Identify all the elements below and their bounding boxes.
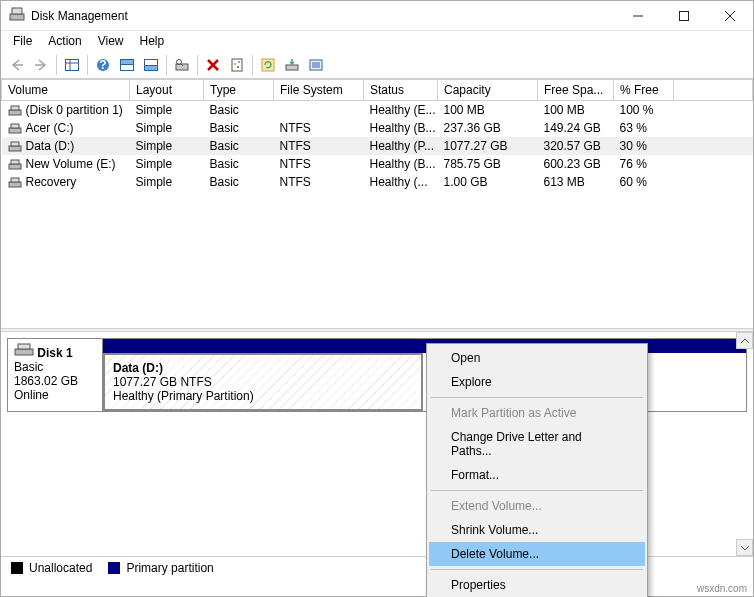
svg-rect-42 — [15, 349, 33, 355]
svg-rect-0 — [10, 14, 24, 20]
view-bottom-button[interactable] — [139, 53, 163, 77]
col-spacer — [674, 80, 753, 101]
cell-capacity: 785.75 GB — [438, 155, 538, 173]
ctx-format[interactable]: Format... — [429, 463, 645, 487]
ctx-shrink[interactable]: Shrink Volume... — [429, 518, 645, 542]
svg-rect-22 — [232, 59, 242, 71]
cell-volume: New Volume (E:) — [2, 155, 130, 173]
ctx-open[interactable]: Open — [429, 346, 645, 370]
col-free[interactable]: Free Spa... — [538, 80, 614, 101]
disk-icon — [14, 346, 34, 360]
toolbar-separator — [197, 55, 198, 75]
partition-state: Healthy (Primary Partition) — [113, 389, 413, 403]
cell-free: 100 MB — [538, 101, 614, 120]
svg-rect-3 — [680, 11, 689, 20]
svg-rect-35 — [11, 124, 19, 128]
table-row[interactable]: (Disk 0 partition 1)SimpleBasicHealthy (… — [2, 101, 753, 120]
action-list-button[interactable] — [304, 53, 328, 77]
disk-name: Disk 1 — [37, 346, 72, 360]
cell-fs: NTFS — [274, 137, 364, 155]
close-button[interactable] — [707, 1, 753, 31]
scroll-up-button[interactable] — [736, 332, 753, 349]
volume-icon — [8, 123, 22, 135]
properties-button[interactable] — [225, 53, 249, 77]
menu-help[interactable]: Help — [132, 32, 173, 50]
svg-rect-36 — [9, 146, 21, 151]
menu-view[interactable]: View — [90, 32, 132, 50]
svg-rect-26 — [262, 59, 274, 71]
cell-fs: NTFS — [274, 119, 364, 137]
partition-block[interactable]: Data (D:) 1077.27 GB NTFS Healthy (Prima… — [103, 353, 423, 411]
col-filesystem[interactable]: File System — [274, 80, 364, 101]
maximize-button[interactable] — [661, 1, 707, 31]
svg-rect-37 — [11, 142, 19, 146]
volume-icon — [8, 159, 22, 171]
cell-pct: 63 % — [614, 119, 674, 137]
toolbar-separator — [166, 55, 167, 75]
ctx-separator — [431, 490, 643, 491]
table-row[interactable]: New Volume (E:)SimpleBasicNTFSHealthy (B… — [2, 155, 753, 173]
settings-button[interactable] — [170, 53, 194, 77]
toolbar-separator — [252, 55, 253, 75]
cell-pct: 76 % — [614, 155, 674, 173]
help-button[interactable]: ? — [91, 53, 115, 77]
disk-header-bar — [103, 339, 746, 353]
ctx-explore[interactable]: Explore — [429, 370, 645, 394]
cell-status: Healthy (B... — [364, 155, 438, 173]
cell-status: Healthy (B... — [364, 119, 438, 137]
volume-table: Volume Layout Type File System Status Ca… — [1, 79, 753, 191]
col-type[interactable]: Type — [204, 80, 274, 101]
toolbar-separator — [56, 55, 57, 75]
cell-capacity: 237.36 GB — [438, 119, 538, 137]
svg-text:?: ? — [99, 58, 106, 72]
col-layout[interactable]: Layout — [130, 80, 204, 101]
ctx-separator — [431, 397, 643, 398]
cell-type: Basic — [204, 155, 274, 173]
cell-type: Basic — [204, 173, 274, 191]
forward-button[interactable] — [29, 53, 53, 77]
cell-free: 600.23 GB — [538, 155, 614, 173]
volume-list-pane[interactable]: Volume Layout Type File System Status Ca… — [1, 79, 753, 328]
rescan-button[interactable] — [280, 53, 304, 77]
cell-layout: Simple — [130, 119, 204, 137]
svg-rect-14 — [121, 59, 134, 64]
ctx-delete[interactable]: Delete Volume... — [429, 542, 645, 566]
table-row[interactable]: Data (D:)SimpleBasicNTFSHealthy (P...107… — [2, 137, 753, 155]
disk-label[interactable]: Disk 1 Basic 1863.02 GB Online — [7, 338, 103, 412]
back-button[interactable] — [5, 53, 29, 77]
cell-free: 320.57 GB — [538, 137, 614, 155]
cell-pct: 60 % — [614, 173, 674, 191]
table-row[interactable]: RecoverySimpleBasicNTFSHealthy (...1.00 … — [2, 173, 753, 191]
col-status[interactable]: Status — [364, 80, 438, 101]
col-volume[interactable]: Volume — [2, 80, 130, 101]
scroll-down-button[interactable] — [736, 539, 753, 556]
show-hide-tree-button[interactable] — [60, 53, 84, 77]
view-top-button[interactable] — [115, 53, 139, 77]
cell-volume: (Disk 0 partition 1) — [2, 101, 130, 120]
delete-button[interactable] — [201, 53, 225, 77]
ctx-change-letter[interactable]: Change Drive Letter and Paths... — [429, 425, 645, 463]
menu-action[interactable]: Action — [40, 32, 89, 50]
toolbar-separator — [87, 55, 88, 75]
partition-name: Data (D:) — [113, 361, 413, 375]
col-capacity[interactable]: Capacity — [438, 80, 538, 101]
cell-type: Basic — [204, 119, 274, 137]
partition-size: 1077.27 GB NTFS — [113, 375, 413, 389]
svg-rect-39 — [11, 160, 19, 164]
ctx-separator — [431, 569, 643, 570]
cell-capacity: 1.00 GB — [438, 173, 538, 191]
minimize-button[interactable] — [615, 1, 661, 31]
table-row[interactable]: Acer (C:)SimpleBasicNTFSHealthy (B...237… — [2, 119, 753, 137]
cell-status: Healthy (... — [364, 173, 438, 191]
col-pctfree[interactable]: % Free — [614, 80, 674, 101]
menu-file[interactable]: File — [5, 32, 40, 50]
disk-graph: Data (D:) 1077.27 GB NTFS Healthy (Prima… — [103, 338, 747, 412]
svg-rect-33 — [11, 106, 19, 110]
cell-layout: Simple — [130, 173, 204, 191]
svg-rect-34 — [9, 128, 21, 133]
ctx-properties[interactable]: Properties — [429, 573, 645, 597]
svg-rect-41 — [11, 178, 19, 182]
cell-layout: Simple — [130, 155, 204, 173]
refresh-button[interactable] — [256, 53, 280, 77]
svg-rect-43 — [18, 344, 30, 349]
